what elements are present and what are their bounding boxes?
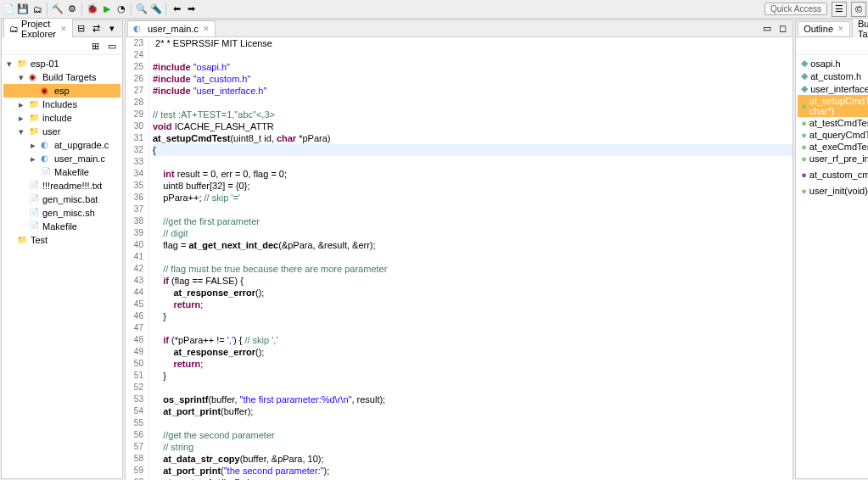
outline-item[interactable]: ●at_setupCmdTest(uint8_t, char*): void (798, 95, 868, 117)
tree-item[interactable]: ▾esp-01 (3, 57, 120, 70)
project-tree[interactable]: ▾esp-01▾Build Targetsesp▸Includes▸includ… (2, 55, 122, 478)
explorer-title: Project Explorer (21, 19, 56, 39)
tree-item[interactable]: Makefile (3, 220, 120, 233)
outline-item[interactable]: ◆osapi.h (798, 57, 868, 70)
editor-tab-label: user_main.c (148, 24, 199, 34)
perspective-switcher-icon[interactable]: ☰ (832, 2, 847, 17)
close-icon[interactable]: ✕ (203, 25, 210, 33)
outline-item[interactable]: ◆at_custom.h (798, 70, 868, 82)
c-file-icon (133, 23, 145, 35)
outline-item[interactable]: ●user_rf_pre_init(void): void (798, 153, 868, 165)
tree-item[interactable]: ▾Build Targets (3, 70, 120, 84)
quick-access-input[interactable]: Quick Access (764, 3, 827, 15)
build-all-icon[interactable]: ⚙ (65, 3, 79, 16)
tree-item[interactable]: ▸user_main.c (3, 152, 120, 165)
code-editor[interactable]: 23 24 25 26 27 28 29 30 31 32 33 34 35 3… (126, 37, 792, 480)
project-explorer-panel: 🗂 Project Explorer ✕ ⊟ ⇄ ▾ ⊞ ▭ ▾esp-01▾B… (1, 20, 123, 479)
editor-tab[interactable]: user_main.c ✕ (127, 20, 216, 36)
build-icon[interactable]: 🔨 (51, 3, 64, 16)
tree-item[interactable]: ▸Includes (3, 98, 120, 111)
outline-item[interactable]: ●at_custom_cmd: at_funcationType[] (798, 165, 868, 185)
tree-item[interactable]: Test (3, 233, 120, 247)
main-toolbar: 📄 💾 🗂 🔨 ⚙ 🐞 ▶ ◔ 🔍 🔦 ⬅ ➡ Quick Access ☰ © (0, 0, 868, 19)
menu-icon[interactable]: ▾ (105, 22, 119, 36)
outline-item[interactable]: ●at_queryCmdTest(uint8_t): void (798, 129, 868, 141)
close-icon[interactable]: ✕ (60, 25, 67, 33)
nav-back-icon[interactable]: ⬅ (170, 3, 183, 16)
outline-item[interactable]: ●user_init(void): void (798, 185, 868, 197)
min-icon[interactable]: ▭ (760, 22, 774, 36)
profile-icon[interactable]: ◔ (115, 3, 128, 16)
collapse-all-icon[interactable]: ⊟ (75, 22, 88, 36)
save-icon[interactable]: 💾 (16, 3, 30, 16)
debug-icon[interactable]: 🐞 (86, 3, 99, 16)
tree-item[interactable]: Makefile (3, 165, 120, 179)
close-icon[interactable]: ✕ (837, 25, 844, 33)
tree-item[interactable]: ▾user (3, 125, 120, 138)
tree-item[interactable]: ▸at_upgrade.c (3, 138, 120, 152)
run-icon[interactable]: ▶ (100, 3, 114, 16)
outline-tab[interactable]: Outline✕ (798, 21, 850, 36)
outline-item[interactable]: ●at_exeCmdTest(uint8_t): void (798, 141, 868, 153)
search-icon[interactable]: 🔦 (149, 3, 163, 16)
outline-panel: Outline✕ Build Ta Task Lis ▭ ⇅ ○ ◐ ◑ ▾ ◆… (795, 20, 868, 479)
editor-panel: user_main.c ✕ ▭ ◻ 23 24 25 26 27 28 29 3… (125, 20, 793, 480)
outline-list[interactable]: ◆osapi.h◆at_custom.h◆user_interface.h●at… (796, 55, 868, 478)
tree-item[interactable]: !!!readme!!!.txt (3, 179, 120, 193)
tree-item[interactable]: gen_misc.bat (3, 193, 120, 206)
tree-item[interactable]: gen_misc.sh (3, 206, 120, 220)
new-icon[interactable]: 📄 (2, 3, 15, 16)
filter-icon[interactable]: ⊞ (89, 39, 103, 53)
tree-item[interactable]: ▸include (3, 111, 120, 125)
save-all-icon[interactable]: 🗂 (31, 3, 44, 16)
nav-fwd-icon[interactable]: ➡ (184, 3, 198, 16)
min-icon[interactable]: ▭ (105, 39, 119, 53)
tree-item[interactable]: esp (3, 84, 120, 98)
explorer-icon: 🗂 (9, 24, 19, 34)
max-icon[interactable]: ◻ (776, 22, 789, 36)
c-perspective-icon[interactable]: © (851, 2, 866, 17)
link-editor-icon[interactable]: ⇄ (90, 22, 104, 36)
open-type-icon[interactable]: 🔍 (135, 3, 148, 16)
outline-item[interactable]: ◆user_interface.h (798, 82, 868, 95)
outline-item[interactable]: ●at_testCmdTest(uint8_t): void (798, 117, 868, 129)
